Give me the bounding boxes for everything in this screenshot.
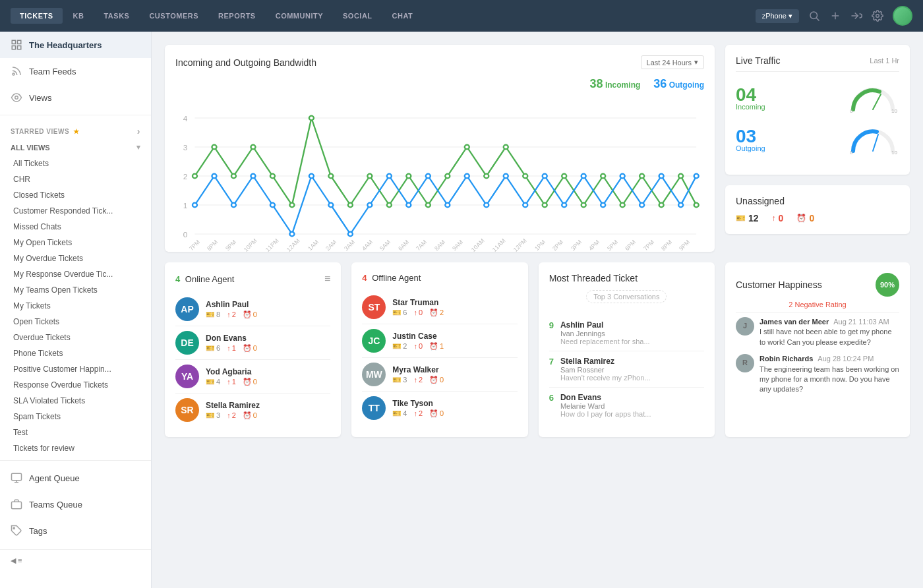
view-response-overdue[interactable]: Response Overdue Tickets xyxy=(0,377,151,393)
unassigned-card: Unassigned 🎫 12 ↑ 0 ⏰ 0 xyxy=(725,185,910,234)
svg-point-49 xyxy=(678,174,683,179)
svg-point-10 xyxy=(15,96,18,100)
agent-name: Myra Walker xyxy=(392,365,517,374)
table-row: YA Yod Agbaria 🎫 4 ↑ 1 ⏰ 0 xyxy=(175,360,330,394)
phone-selector[interactable]: zPhone ▾ xyxy=(756,9,799,23)
overdue-stat: ⏰ 2 xyxy=(429,309,444,317)
svg-point-69 xyxy=(543,174,547,179)
svg-point-56 xyxy=(289,232,294,237)
sidebar-item-agent-queue[interactable]: Agent Queue xyxy=(0,465,151,491)
app-layout: The Headquarters Team Feeds Views STARRE… xyxy=(0,32,923,588)
grid-icon xyxy=(11,39,22,51)
agent-name: Tike Tyson xyxy=(392,399,517,408)
online-agents-header: 4 Online Agent ≡ xyxy=(175,273,330,285)
sidebar-item-views[interactable]: Views xyxy=(0,84,151,111)
bandwidth-chart-svg: 0 1 2 3 4 xyxy=(175,96,704,241)
feedback-date: Aug 21 11:03 AM xyxy=(833,318,889,326)
svg-point-55 xyxy=(270,203,275,208)
sidebar-item-team-feeds[interactable]: Team Feeds xyxy=(0,58,151,84)
avatar: ST xyxy=(362,295,386,319)
view-sla-violated[interactable]: SLA Violated Tickets xyxy=(0,393,151,409)
nav-tab-chat[interactable]: CHAT xyxy=(383,8,423,24)
user-avatar[interactable] xyxy=(893,6,912,26)
nav-tab-social[interactable]: SOCIAL xyxy=(334,8,382,24)
view-overdue-tickets[interactable]: Overdue Tickets xyxy=(0,330,151,345)
all-views-chevron[interactable]: ▾ xyxy=(136,143,140,152)
settings-icon[interactable] xyxy=(872,10,883,22)
view-closed-tickets[interactable]: Closed Tickets xyxy=(0,187,151,203)
table-row: DE Don Evans 🎫 6 ↑ 1 ⏰ 0 xyxy=(175,326,330,360)
unassigned-overdue: ⏰ 0 xyxy=(796,213,814,223)
nav-tab-reports[interactable]: REPORTS xyxy=(209,8,265,24)
thread-list: 9 Ashlin Paul Ivan Jennings Need replace… xyxy=(549,315,704,423)
table-row: MW Myra Walker 🎫 3 ↑ 2 ⏰ 0 xyxy=(362,358,517,392)
svg-point-29 xyxy=(289,203,294,208)
search-icon[interactable] xyxy=(808,10,820,22)
view-chr[interactable]: CHR xyxy=(0,171,151,187)
view-my-response-overdue[interactable]: My Response Overdue Tic... xyxy=(0,266,151,282)
nav-tab-tickets[interactable]: TICKETS xyxy=(11,8,63,24)
nav-tab-tasks[interactable]: TASKS xyxy=(94,8,138,24)
share-icon[interactable] xyxy=(850,10,862,22)
svg-text:0: 0 xyxy=(850,150,853,154)
sidebar-view-list: All Tickets CHR Closed Tickets Customer … xyxy=(0,156,151,456)
svg-point-35 xyxy=(406,174,411,179)
svg-point-53 xyxy=(231,203,236,208)
svg-point-68 xyxy=(523,203,527,208)
starred-arrow[interactable]: › xyxy=(137,126,140,136)
sidebar-item-tags[interactable]: Tags xyxy=(0,517,151,544)
view-phone-tickets[interactable]: Phone Tickets xyxy=(0,345,151,361)
nav-tab-community[interactable]: COMMUNITY xyxy=(266,8,332,24)
view-test[interactable]: Test xyxy=(0,425,151,440)
view-tickets-for-review[interactable]: Tickets for review xyxy=(0,440,151,456)
feedback-date: Aug 28 10:24 PM xyxy=(818,355,874,363)
collapse-sidebar-button[interactable]: ◀ ≡ xyxy=(0,549,151,572)
ticket-stat: 🎫 6 xyxy=(206,344,220,353)
sidebar-item-teams-queue[interactable]: Teams Queue xyxy=(0,491,151,517)
table-row: SR Stella Ramirez 🎫 3 ↑ 2 ⏰ 0 xyxy=(175,394,330,426)
view-my-open-tickets[interactable]: My Open Tickets xyxy=(0,235,151,250)
unassigned-overdue-count: 0 xyxy=(809,213,814,223)
view-spam-tickets[interactable]: Spam Tickets xyxy=(0,409,151,425)
view-open-tickets[interactable]: Open Tickets xyxy=(0,314,151,330)
sidebar-item-headquarters[interactable]: The Headquarters xyxy=(0,32,151,58)
view-missed-chats[interactable]: Missed Chats xyxy=(0,219,151,235)
feedback-avatar: J xyxy=(736,317,754,336)
bandwidth-header: Incoming and Outgoing Bandwidth Last 24 … xyxy=(175,55,704,69)
teams-queue-icon xyxy=(11,498,22,510)
ticket-stat: 🎫 2 xyxy=(392,342,407,351)
view-all-tickets[interactable]: All Tickets xyxy=(0,156,151,171)
avatar: MW xyxy=(362,363,386,386)
svg-text:1: 1 xyxy=(183,202,188,210)
table-row: ST Star Truman 🎫 6 ↑ 0 ⏰ 2 xyxy=(362,291,517,324)
all-views-header[interactable]: ALL VIEWS ▾ xyxy=(0,139,151,156)
svg-text:0: 0 xyxy=(850,108,853,113)
view-my-teams-open[interactable]: My Teams Open Tickets xyxy=(0,282,151,298)
bandwidth-legend: 38 Incoming 36 Outgoing xyxy=(175,77,704,91)
online-agent-list: AP Ashlin Paul 🎫 8 ↑ 2 ⏰ 0 DE xyxy=(175,293,330,426)
online-agents-menu[interactable]: ≡ xyxy=(324,273,330,285)
svg-rect-12 xyxy=(12,502,22,509)
nav-tab-customers[interactable]: CUSTOMERS xyxy=(140,8,208,24)
view-customer-responded[interactable]: Customer Responded Tick... xyxy=(0,203,151,219)
view-positive-customer[interactable]: Positive Customer Happin... xyxy=(0,361,151,377)
unassigned-title: Unassigned xyxy=(736,196,899,206)
thread-sub-name: Ivan Jennings xyxy=(560,330,704,338)
svg-point-71 xyxy=(581,174,586,179)
view-my-overdue-tickets[interactable]: My Overdue Tickets xyxy=(0,250,151,266)
time-filter-dropdown[interactable]: Last 24 Hours ▾ xyxy=(641,55,704,69)
svg-line-1 xyxy=(816,18,819,20)
view-my-tickets[interactable]: My Tickets xyxy=(0,298,151,314)
nav-tab-kb[interactable]: KB xyxy=(64,8,94,24)
svg-point-70 xyxy=(562,203,566,208)
ticket-stat: 🎫 3 xyxy=(392,376,407,384)
top-grid: Incoming and Outgoing Bandwidth Last 24 … xyxy=(165,45,910,252)
urgent-stat: ↑ 2 xyxy=(227,411,236,420)
agent-name: Don Evans xyxy=(206,334,330,343)
add-icon[interactable] xyxy=(829,10,841,22)
x-axis-labels: 7PM 8PM 9PM 10PM 11PM 12AM 1AM 2AM 3AM 4… xyxy=(175,242,704,249)
svg-point-76 xyxy=(678,203,683,208)
svg-point-41 xyxy=(523,174,527,179)
svg-point-62 xyxy=(406,203,411,208)
svg-text:3: 3 xyxy=(183,144,188,152)
